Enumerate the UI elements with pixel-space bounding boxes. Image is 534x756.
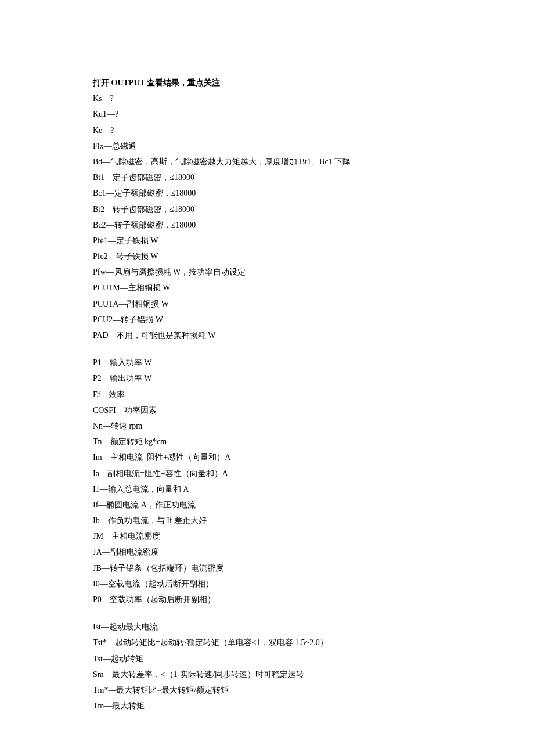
text-line: Bc2—转子额部磁密，≤18000 (93, 218, 441, 232)
text-line: Tm—最大转矩 (93, 699, 441, 713)
text-line: Ist—起动最大电流 (93, 620, 441, 634)
section-1: Ks—?Ku1—?Ke—?Flx—总磁通Bd—气隙磁密，高斯，气隙磁密越大力矩越… (93, 91, 441, 343)
text-line: I1—输入总电流，向量和 A (93, 482, 441, 496)
text-line: Im—主相电流=阻性+感性（向量和）A (93, 450, 441, 465)
text-line: JA—副相电流密度 (93, 545, 441, 559)
text-line: Ku1—? (93, 107, 441, 121)
text-line: P2—输出功率 W (93, 371, 441, 386)
text-line: P1—输入功率 W (93, 355, 441, 370)
text-line: Ef—效率 (93, 387, 441, 402)
text-line: COSFI—功率因素 (93, 403, 441, 417)
text-line: Pfe1—定子铁损 W (93, 233, 441, 248)
text-line: JB—转子铝条（包括端环）电流密度 (93, 561, 441, 575)
text-line: Nn—转速 rpm (93, 419, 441, 433)
text-line: Pfw—风扇与磨擦损耗 W，按功率自动设定 (93, 265, 441, 279)
section-gap-1 (93, 344, 441, 355)
text-line: Bd—气隙磁密，高斯，气隙磁密越大力矩越大，厚度增加 Bt1、Bc1 下降 (93, 154, 441, 169)
text-line: Tst—起动转矩 (93, 651, 441, 666)
text-line: Ib—作负功电流，与 If 差距大好 (93, 513, 441, 528)
text-line: PCU1M—主相铜损 W (93, 280, 441, 295)
text-line: PCU2—转子铝损 W (93, 312, 441, 327)
text-line: PCU1A—副相铜损 W (93, 297, 441, 311)
text-line: Tst*—起动转矩比=起动转/额定转矩（单电容<1，双电容 1.5~2.0） (93, 635, 441, 650)
text-line: If—椭圆电流 A，作正功电流 (93, 498, 441, 512)
text-line: Pfe2—转子铁损 W (93, 249, 441, 264)
text-line: Bt2—转子齿部磁密，≤18000 (93, 202, 441, 217)
document-heading: 打开 OUTPUT 查看结果，重点关注 (93, 75, 441, 90)
text-line: Flx—总磁通 (93, 139, 441, 153)
text-line: I0—空载电流（起动后断开副相） (93, 577, 441, 591)
text-line: Tm*—最大转矩比=最大转矩/额定转矩 (93, 683, 441, 697)
text-line: Bc1—定子额部磁密，≤18000 (93, 186, 441, 200)
section-2: P1—输入功率 WP2—输出功率 WEf—效率COSFI—功率因素Nn—转速 r… (93, 355, 441, 607)
text-line: Bt1—定子齿部磁密，≤18000 (93, 170, 441, 185)
section-gap-2 (93, 608, 441, 620)
text-line: Sm—最大转差率，<（1-实际转速/同步转速）时可稳定运转 (93, 667, 441, 682)
text-line: Ks—? (93, 91, 441, 106)
text-line: P0—空载功率（起动后断开副相） (93, 592, 441, 607)
text-line: PAD—不用，可能也是某种损耗 W (93, 328, 441, 343)
text-line: Ke—? (93, 123, 441, 138)
text-line: Ia—副相电流=阻性+容性（向量和）A (93, 466, 441, 481)
section-3: Ist—起动最大电流Tst*—起动转矩比=起动转/额定转矩（单电容<1，双电容 … (93, 620, 441, 713)
text-line: JM—主相电流密度 (93, 529, 441, 543)
text-line: Tn—额定转矩 kg*cm (93, 434, 441, 449)
